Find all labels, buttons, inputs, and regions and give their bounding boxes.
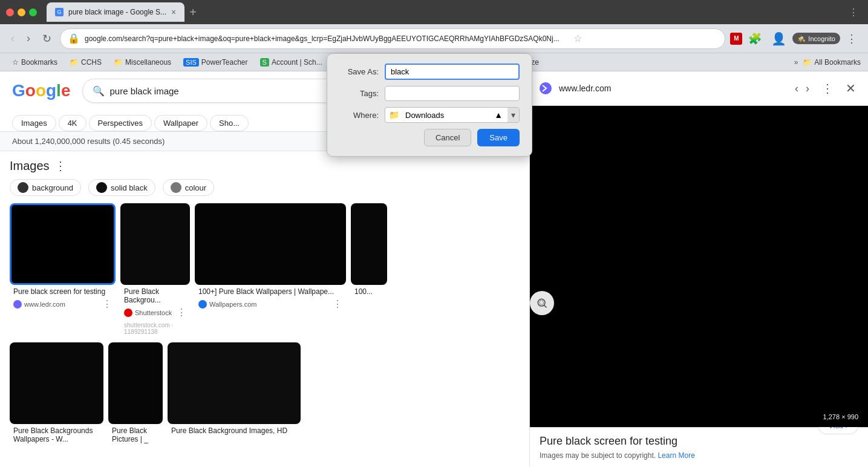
select-down-arrow[interactable]: ▾ xyxy=(507,108,519,122)
save-dialog: Save As: Tags: Where: 📁 Downloads Deskto… xyxy=(327,71,532,157)
filename-input[interactable] xyxy=(385,71,520,80)
cancel-button[interactable]: Cancel xyxy=(424,129,471,146)
select-up-arrow[interactable]: ▲ xyxy=(489,108,507,122)
where-select-wrapper: 📁 Downloads Desktop Documents ▲ ▾ xyxy=(385,107,520,123)
folder-select-icon: 📁 xyxy=(385,108,403,122)
dialog-buttons: Cancel Save xyxy=(339,129,520,146)
where-label: Where: xyxy=(339,111,379,120)
tags-label: Tags: xyxy=(339,89,379,98)
tags-input[interactable] xyxy=(385,86,520,101)
where-row: Where: 📁 Downloads Desktop Documents ▲ ▾ xyxy=(339,107,520,123)
save-as-label: Save As: xyxy=(339,71,379,76)
where-select[interactable]: Downloads Desktop Documents xyxy=(403,108,489,122)
main-content: Google 🔍 pure black image ✕ | 🎤 📷 ⚙ ⋮⋮⋮ … xyxy=(0,71,868,467)
tags-row: Tags: xyxy=(339,86,520,101)
save-as-row: Save As: xyxy=(339,71,520,80)
save-button[interactable]: Save xyxy=(477,129,520,146)
save-dialog-overlay: Save As: Tags: Where: 📁 Downloads Deskto… xyxy=(0,71,868,467)
